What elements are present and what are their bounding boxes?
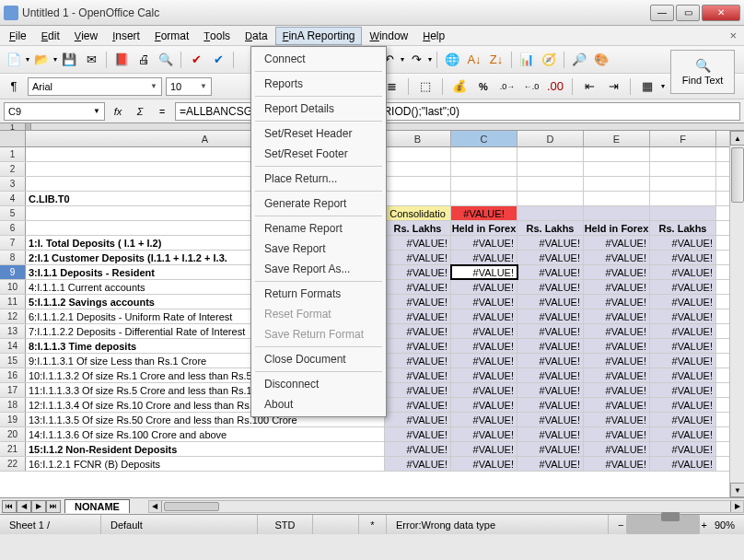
cell-E3[interactable] <box>584 177 650 191</box>
cell-E14[interactable]: #VALUE! <box>584 339 650 353</box>
cell-E22[interactable]: #VALUE! <box>584 457 650 471</box>
cell-B7[interactable]: #VALUE! <box>385 236 451 250</box>
cell-C18[interactable]: #VALUE! <box>451 398 517 412</box>
cell-D7[interactable]: #VALUE! <box>517 236 584 250</box>
cell-D22[interactable]: #VALUE! <box>517 457 584 471</box>
row-header-7[interactable]: 7 <box>0 236 26 250</box>
col-header-B[interactable]: B <box>385 131 451 146</box>
cell-F20[interactable]: #VALUE! <box>650 427 716 441</box>
cell-D3[interactable] <box>517 177 584 191</box>
cell-B18[interactable]: #VALUE! <box>385 398 451 412</box>
export-pdf-button[interactable]: 📕 <box>111 50 132 70</box>
cell-E20[interactable]: #VALUE! <box>584 427 650 441</box>
cell-B17[interactable]: #VALUE! <box>385 383 451 397</box>
row-header-8[interactable]: 8 <box>0 251 26 264</box>
menu-data[interactable]: Data <box>238 27 275 45</box>
sheet-tab[interactable]: NONAME <box>64 499 130 513</box>
font-name-combo[interactable]: Arial▼ <box>28 77 162 96</box>
cell-C5[interactable]: #VALUE! <box>451 206 517 220</box>
horizontal-scrollbar[interactable]: ◀ ▶ <box>148 500 744 513</box>
cell-D5[interactable] <box>517 206 584 220</box>
cell-D18[interactable]: #VALUE! <box>517 398 584 412</box>
cell-D11[interactable]: #VALUE! <box>517 295 584 309</box>
cell-B16[interactable]: #VALUE! <box>385 368 451 382</box>
cell-F5[interactable] <box>650 206 716 220</box>
cell-C22[interactable]: #VALUE! <box>451 457 517 471</box>
cell-B9[interactable]: #VALUE! <box>385 265 451 279</box>
col-header-E[interactable]: E <box>584 131 650 146</box>
hyperlink-button[interactable]: 🌐 <box>442 50 462 70</box>
chart-button[interactable]: 📊 <box>517 50 537 70</box>
save-button[interactable]: 💾 <box>59 50 79 70</box>
styles-button[interactable]: ¶ <box>4 76 24 97</box>
cell-D10[interactable]: #VALUE! <box>517 280 584 294</box>
row-header-3[interactable]: 3 <box>0 177 26 191</box>
cell-E1[interactable] <box>584 147 650 161</box>
cell-E11[interactable]: #VALUE! <box>584 295 650 309</box>
row-header-5[interactable]: 5 <box>0 206 26 220</box>
equals-button[interactable]: = <box>153 102 171 121</box>
decrease-indent-button[interactable]: ⇤ <box>579 76 599 97</box>
cell-E10[interactable]: #VALUE! <box>584 280 650 294</box>
spellcheck-button[interactable]: ✔ <box>186 50 206 70</box>
cell-F19[interactable]: #VALUE! <box>650 413 716 426</box>
cell-C10[interactable]: #VALUE! <box>451 280 517 294</box>
scroll-left-button[interactable]: ◀ <box>149 501 162 512</box>
cell-E7[interactable]: #VALUE! <box>584 236 650 250</box>
menu-edit[interactable]: Edit <box>34 27 67 45</box>
cell-D15[interactable]: #VALUE! <box>517 354 584 368</box>
document-close-icon[interactable]: × <box>724 29 742 42</box>
cell-B6[interactable]: Rs. Lakhs <box>385 221 451 235</box>
cell-A20[interactable]: 14:I.1.1.3.6 Of size Rs.100 Crore and ab… <box>26 427 385 441</box>
percent-button[interactable]: % <box>473 76 494 97</box>
scroll-down-button[interactable]: ▼ <box>730 483 744 497</box>
menu-item-report-details[interactable]: Report Details <box>251 99 386 119</box>
scroll-thumb[interactable] <box>731 147 744 203</box>
add-decimal-button[interactable]: .0→ <box>497 76 517 97</box>
row-header-21[interactable]: 21 <box>0 442 26 456</box>
cell-E6[interactable]: Held in Forex <box>584 221 650 235</box>
row-header-13[interactable]: 13 <box>0 324 26 338</box>
find-panel[interactable]: 🔍 Find Text <box>670 50 735 94</box>
number-format-button[interactable]: .00 <box>545 76 565 97</box>
cell-B13[interactable]: #VALUE! <box>385 324 451 338</box>
find-button[interactable]: 🔎 <box>569 50 589 70</box>
cell-A22[interactable]: 16:I.1.2.1 FCNR (B) Deposits <box>26 457 385 471</box>
cell-E17[interactable]: #VALUE! <box>584 383 650 397</box>
print-preview-button[interactable]: 🔍 <box>156 50 176 70</box>
row-header-2[interactable]: 2 <box>0 162 26 176</box>
font-size-combo[interactable]: 10▼ <box>166 77 212 96</box>
cell-B3[interactable] <box>385 177 451 191</box>
row-header-10[interactable]: 10 <box>0 280 26 294</box>
select-all-corner[interactable] <box>0 131 26 146</box>
merge-cells-button[interactable]: ⬚ <box>415 76 436 97</box>
menu-item-set-reset-footer[interactable]: Set/Reset Footer <box>251 144 386 164</box>
menu-insert[interactable]: Insert <box>105 27 147 45</box>
cell-E8[interactable]: #VALUE! <box>584 251 650 264</box>
cell-B5[interactable]: Consolidatio <box>385 206 451 220</box>
menu-format[interactable]: Format <box>147 27 196 45</box>
tab-first-button[interactable]: ⏮ <box>2 500 17 513</box>
menu-window[interactable]: Window <box>362 27 415 45</box>
cell-B8[interactable]: #VALUE! <box>385 251 451 264</box>
zoom-in-button[interactable]: + <box>702 519 707 531</box>
zoom-out-button[interactable]: − <box>618 519 623 531</box>
cell-F1[interactable] <box>650 147 716 161</box>
menu-item-about[interactable]: About <box>251 394 386 414</box>
split-knob[interactable] <box>26 123 31 130</box>
redo-button[interactable]: ↷ <box>406 50 426 70</box>
cell-B2[interactable] <box>385 162 451 176</box>
cell-B10[interactable]: #VALUE! <box>385 280 451 294</box>
row-header-19[interactable]: 19 <box>0 413 26 426</box>
menu-help[interactable]: Help <box>415 27 452 45</box>
cell-F8[interactable]: #VALUE! <box>650 251 716 264</box>
cell-B15[interactable]: #VALUE! <box>385 354 451 368</box>
cell-F13[interactable]: #VALUE! <box>650 324 716 338</box>
cell-A21[interactable]: 15:I.1.2 Non-Resident Deposits <box>26 442 385 456</box>
cell-D4[interactable] <box>517 192 584 205</box>
menu-item-save-report-as-[interactable]: Save Report As... <box>251 259 386 279</box>
cell-D13[interactable]: #VALUE! <box>517 324 584 338</box>
cell-D2[interactable] <box>517 162 584 176</box>
row-header-1-top[interactable]: 1 <box>0 123 26 130</box>
cell-C7[interactable]: #VALUE! <box>451 236 517 250</box>
